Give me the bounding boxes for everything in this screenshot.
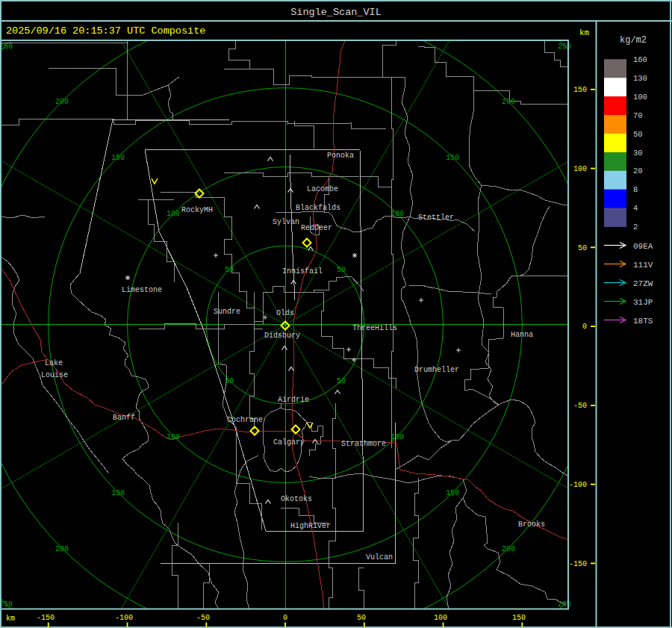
svg-text:kg/m2: kg/m2 <box>620 35 647 46</box>
svg-text:0: 0 <box>283 614 287 622</box>
svg-text:HighRiver: HighRiver <box>290 522 331 530</box>
svg-text:ThreeHills: ThreeHills <box>352 324 397 332</box>
svg-text:Brooks: Brooks <box>518 520 545 529</box>
svg-text:50: 50 <box>578 244 587 252</box>
svg-text:Calgary: Calgary <box>273 438 305 447</box>
svg-text:200: 200 <box>55 98 69 106</box>
svg-text:200: 200 <box>55 545 69 553</box>
svg-text:150: 150 <box>446 489 459 497</box>
svg-text:30: 30 <box>633 149 643 158</box>
svg-text:100: 100 <box>573 165 587 173</box>
svg-text:Didsbury: Didsbury <box>264 332 300 340</box>
svg-text:-150: -150 <box>37 614 55 622</box>
svg-text:100: 100 <box>391 433 404 441</box>
svg-text:Ponoka: Ponoka <box>327 152 354 160</box>
svg-text:31JP: 31JP <box>633 298 653 307</box>
svg-text:70: 70 <box>633 111 643 120</box>
svg-text:250: 250 <box>0 600 13 609</box>
svg-text:50: 50 <box>225 266 234 274</box>
svg-text:Sundre: Sundre <box>214 308 240 316</box>
svg-text:50: 50 <box>633 130 643 139</box>
svg-text:-150: -150 <box>569 560 587 568</box>
svg-text:150: 150 <box>512 614 526 622</box>
svg-text:-100: -100 <box>115 614 133 622</box>
svg-text:Limestone: Limestone <box>122 286 162 294</box>
svg-text:-100: -100 <box>569 481 587 489</box>
svg-text:Stettler: Stettler <box>418 214 454 222</box>
svg-text:50: 50 <box>225 377 234 385</box>
svg-text:150: 150 <box>111 154 125 162</box>
svg-text:50: 50 <box>337 377 346 385</box>
svg-text:20: 20 <box>633 167 643 175</box>
svg-text:100: 100 <box>167 433 180 441</box>
svg-text:Drumheller: Drumheller <box>414 366 459 374</box>
svg-text:2: 2 <box>633 223 638 231</box>
svg-text:8: 8 <box>633 185 638 194</box>
svg-text:Vulcan: Vulcan <box>366 553 393 562</box>
svg-text:150: 150 <box>111 489 125 497</box>
svg-text:Okotoks: Okotoks <box>281 495 312 503</box>
svg-text:RedDeer: RedDeer <box>301 224 332 232</box>
svg-text:Blackfalds: Blackfalds <box>296 204 340 212</box>
svg-text:Lacombe: Lacombe <box>307 185 338 193</box>
svg-text:Single_Scan_VIL: Single_Scan_VIL <box>290 7 382 18</box>
svg-text:0: 0 <box>582 323 587 331</box>
svg-text:27ZW: 27ZW <box>633 279 653 288</box>
svg-text:50: 50 <box>337 266 346 274</box>
svg-text:100: 100 <box>167 210 180 218</box>
svg-text:160: 160 <box>633 55 647 64</box>
svg-text:km: km <box>579 28 590 37</box>
svg-text:250: 250 <box>0 43 13 51</box>
svg-text:250: 250 <box>558 600 571 609</box>
svg-text:Hanna: Hanna <box>511 331 533 339</box>
svg-text:Strathmore: Strathmore <box>341 440 386 448</box>
svg-text:111V: 111V <box>633 261 653 270</box>
svg-text:2025/09/16 20:15:37 UTC Compos: 2025/09/16 20:15:37 UTC Composite <box>6 25 205 37</box>
svg-text:km: km <box>6 615 15 623</box>
svg-text:150: 150 <box>573 86 587 94</box>
svg-text:Olds: Olds <box>276 309 294 317</box>
svg-text:200: 200 <box>502 98 515 106</box>
svg-text:4: 4 <box>633 204 638 213</box>
svg-text:-50: -50 <box>196 614 210 622</box>
svg-text:100: 100 <box>391 210 404 218</box>
svg-text:-50: -50 <box>573 402 587 410</box>
svg-text:Lake: Lake <box>45 359 63 367</box>
svg-text:250: 250 <box>558 43 571 51</box>
svg-text:Innisfail: Innisfail <box>282 267 323 276</box>
svg-text:50: 50 <box>357 614 366 622</box>
svg-text:18TS: 18TS <box>633 317 653 326</box>
svg-text:150: 150 <box>446 154 459 162</box>
svg-text:Sylvan: Sylvan <box>273 218 299 226</box>
svg-text:Banff: Banff <box>113 414 135 422</box>
svg-text:100: 100 <box>633 93 647 102</box>
svg-text:Airdrie: Airdrie <box>278 396 309 404</box>
svg-text:130: 130 <box>633 74 647 83</box>
svg-text:Louise: Louise <box>41 371 68 379</box>
svg-text:200: 200 <box>502 545 515 553</box>
svg-text:100: 100 <box>434 614 447 622</box>
svg-text:09EA: 09EA <box>633 242 653 251</box>
svg-text:Cochrane: Cochrane <box>227 416 263 424</box>
svg-text:RockyMH: RockyMH <box>181 206 213 214</box>
